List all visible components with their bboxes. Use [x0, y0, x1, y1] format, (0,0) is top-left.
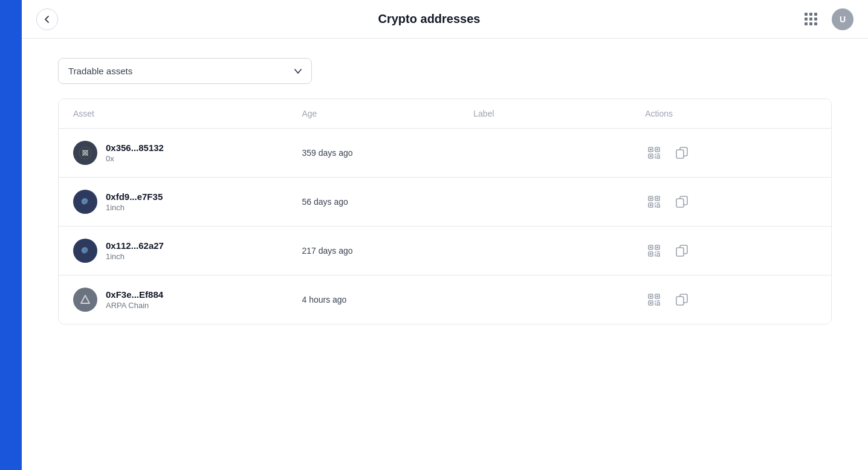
crypto-icon-2: [78, 195, 92, 209]
grid-icon: [805, 13, 818, 26]
asset-address-1: 0x356...85132: [106, 143, 164, 153]
sidebar: [0, 0, 22, 470]
copy-button-2[interactable]: [673, 193, 691, 211]
svg-rect-69: [676, 297, 684, 305]
age-cell-4: 4 hours ago: [302, 295, 473, 304]
dropdown-wrapper: Tradable assets: [58, 58, 832, 84]
asset-address-3: 0x112...62a27: [106, 240, 164, 251]
asset-cell-1: 0x356...85132 0x: [73, 141, 302, 165]
asset-info-1: 0x356...85132 0x: [106, 143, 164, 163]
content-area: Tradable assets Asset Age Label Actions: [22, 39, 868, 344]
col-asset: Asset: [73, 109, 302, 118]
actions-cell-2: [645, 193, 817, 211]
svg-rect-60: [650, 302, 652, 304]
svg-rect-42: [656, 246, 658, 248]
main-wrapper: Crypto addresses U: [22, 0, 868, 470]
addresses-table: Asset Age Label Actions: [58, 98, 832, 324]
table-row: 0x356...85132 0x 359 days ago: [59, 129, 831, 178]
asset-sublabel-4: ARPA Chain: [106, 301, 163, 310]
asset-icon-2: [73, 190, 97, 214]
svg-rect-58: [650, 295, 652, 297]
copy-button-3[interactable]: [673, 242, 691, 260]
svg-rect-24: [650, 198, 652, 199]
dropdown-label: Tradable assets: [68, 66, 132, 76]
svg-point-37: [83, 249, 87, 253]
qr-icon-1: [647, 146, 661, 159]
svg-rect-59: [656, 295, 658, 297]
copy-button-1[interactable]: [673, 144, 691, 162]
asset-cell-2: 0xfd9...e7F35 1inch: [73, 190, 302, 214]
qr-icon-4: [647, 293, 661, 306]
asset-info-4: 0xF3e...Ef884 ARPA Chain: [106, 289, 163, 310]
svg-rect-8: [656, 149, 658, 150]
asset-sublabel-2: 1inch: [106, 203, 163, 212]
col-actions: Actions: [645, 109, 817, 118]
header-right: U: [800, 8, 853, 30]
qr-button-4[interactable]: [645, 291, 663, 309]
crypto-icon-4: [78, 292, 92, 307]
svg-rect-25: [656, 198, 658, 199]
age-cell-2: 56 days ago: [302, 197, 473, 207]
table-header: Asset Age Label Actions: [59, 99, 831, 129]
crypto-icon-1: [78, 146, 92, 160]
svg-point-20: [83, 200, 87, 204]
svg-rect-18: [676, 150, 684, 158]
copy-icon-3: [676, 245, 688, 257]
svg-rect-9: [650, 155, 652, 157]
qr-icon-3: [647, 244, 661, 257]
asset-sublabel-3: 1inch: [106, 252, 164, 261]
asset-cell-4: 0xF3e...Ef884 ARPA Chain: [73, 288, 302, 312]
header: Crypto addresses U: [22, 0, 868, 39]
copy-button-4[interactable]: [673, 291, 691, 309]
copy-icon-4: [676, 294, 688, 306]
crypto-icon-3: [78, 243, 92, 258]
header-left: [36, 8, 58, 30]
actions-cell-1: [645, 144, 817, 162]
table-row: 0xfd9...e7F35 1inch 56 days ago: [59, 178, 831, 227]
back-arrow-icon: [42, 14, 52, 24]
dropdown-arrow-icon: [294, 67, 302, 76]
qr-button-2[interactable]: [645, 193, 663, 211]
age-cell-3: 217 days ago: [302, 246, 473, 256]
asset-info-3: 0x112...62a27 1inch: [106, 240, 164, 261]
table-row: 0xF3e...Ef884 ARPA Chain 4 hours ago: [59, 275, 831, 324]
col-age: Age: [302, 109, 473, 118]
table-row: 0x112...62a27 1inch 217 days ago: [59, 227, 831, 275]
asset-sublabel-1: 0x: [106, 154, 164, 163]
svg-rect-35: [676, 199, 684, 207]
svg-rect-26: [650, 204, 652, 206]
grid-menu-button[interactable]: [800, 8, 822, 30]
asset-info-2: 0xfd9...e7F35 1inch: [106, 192, 163, 212]
actions-cell-3: [645, 242, 817, 260]
age-cell-1: 359 days ago: [302, 148, 473, 158]
actions-cell-4: [645, 291, 817, 309]
page-title: Crypto addresses: [378, 12, 481, 26]
svg-rect-52: [676, 248, 684, 256]
col-label: Label: [473, 109, 645, 118]
asset-icon-3: [73, 239, 97, 263]
asset-icon-1: [73, 141, 97, 165]
asset-cell-3: 0x112...62a27 1inch: [73, 239, 302, 263]
asset-address-2: 0xfd9...e7F35: [106, 192, 163, 202]
copy-icon-2: [676, 196, 688, 208]
qr-button-1[interactable]: [645, 144, 663, 162]
asset-icon-4: [73, 288, 97, 312]
user-avatar[interactable]: U: [832, 8, 853, 30]
svg-rect-7: [650, 149, 652, 150]
sidebar-logo: [0, 5, 22, 27]
back-button[interactable]: [36, 8, 58, 30]
svg-rect-43: [650, 253, 652, 255]
svg-rect-41: [650, 246, 652, 248]
asset-address-4: 0xF3e...Ef884: [106, 289, 163, 300]
copy-icon-1: [676, 147, 688, 159]
qr-button-3[interactable]: [645, 242, 663, 260]
qr-icon-2: [647, 195, 661, 208]
asset-filter-dropdown[interactable]: Tradable assets: [58, 58, 312, 84]
